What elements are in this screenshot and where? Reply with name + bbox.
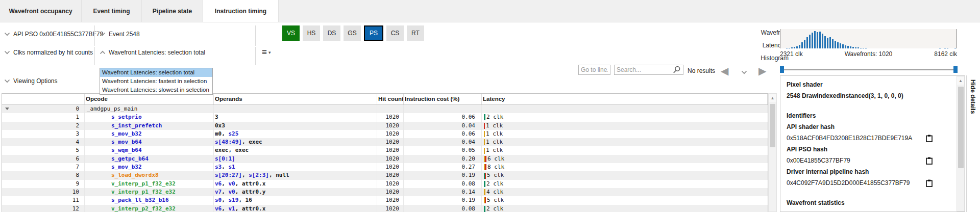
details-scrollbar[interactable]: ▲ <box>957 76 965 211</box>
goto-line-input[interactable] <box>578 65 610 75</box>
hit-count-cell: 1020 <box>377 130 404 138</box>
tab-instruction-timing[interactable]: Instruction timing <box>203 0 279 22</box>
event-expander[interactable]: Event 2548 <box>100 31 140 38</box>
tab-pipeline-state[interactable]: Pipeline state <box>142 0 203 22</box>
column-header-operands[interactable]: Operands <box>214 94 377 104</box>
histogram-bar <box>809 35 811 48</box>
line-number: 10 <box>72 189 79 195</box>
latency-bar-segment <box>484 181 485 187</box>
opcode-cell: s_load_dwordx8 <box>85 171 214 179</box>
opcode-text: s_mov_b64 <box>111 139 142 145</box>
table-row[interactable]: 4s_mov_b64s[48:49], exec10200.041 clk <box>2 138 768 146</box>
stage-button-cs[interactable]: CS <box>386 25 404 41</box>
column-header-instruction-cost[interactable]: Instruction cost (%) <box>404 94 482 104</box>
line-number-cell: 0 <box>2 105 85 113</box>
line-number: 8 <box>76 172 79 178</box>
register-operand: s25 <box>229 130 239 137</box>
line-number-cell: 6 <box>2 155 85 163</box>
api-pso-expander[interactable]: API PSO 0x00E41855C377BF79 <box>4 31 103 38</box>
line-number: 4 <box>76 139 79 145</box>
stage-button-hs[interactable]: HS <box>303 25 320 41</box>
table-row[interactable]: 10v_interp_p1_f32_e32v7, v0, attr0.y1020… <box>2 188 768 196</box>
latency-bar-segment <box>484 114 485 120</box>
stage-button-ds[interactable]: DS <box>323 25 340 41</box>
table-row[interactable]: 8s_load_dwordx8s[20:27], s[2:3], null102… <box>2 171 768 179</box>
clks-expander[interactable]: Clks normalized by hit counts <box>4 49 93 56</box>
stage-button-gs[interactable]: GS <box>344 25 361 41</box>
table-row[interactable]: 1s_setprio310200.062 clk <box>2 113 768 121</box>
scrollbar-thumb[interactable] <box>770 104 775 147</box>
scrollbar-thumb[interactable] <box>958 87 964 168</box>
operand-text: , null <box>269 172 289 178</box>
dropdown-option-wavefront-latencies-fastest-in-selection[interactable]: Wavefront Latencies: fastest in selectio… <box>100 77 212 86</box>
column-header-line-number[interactable] <box>2 94 85 104</box>
instruction-cost-cell: 0.19 <box>404 171 482 179</box>
hide-details-button[interactable]: Hide details <box>966 75 979 212</box>
latency-bar-segment <box>485 164 486 170</box>
operand-text: 0x3 <box>215 122 225 129</box>
search-options-chevron-icon[interactable] <box>741 70 747 74</box>
stage-button-ps[interactable]: PS <box>364 25 383 41</box>
hash-value-row: 0x518ACF0B4FD3208E1B28C17BDE9E719A <box>787 135 933 142</box>
slider-handle-right[interactable] <box>953 66 958 73</box>
event-label: Event 2548 <box>109 31 140 38</box>
table-row[interactable]: 7s_mov_b32s3, s110200.278 clk <box>2 163 768 171</box>
line-number-cell: 2 <box>2 122 85 130</box>
copy-to-clipboard-icon[interactable] <box>926 135 933 142</box>
latency-cell: 2 clk <box>482 113 768 121</box>
table-row[interactable]: 9v_interp_p1_f32_e32v6, v0, attr0.x10200… <box>2 180 768 188</box>
tab-wavefront-occupancy[interactable]: Wavefront occupancy <box>0 0 82 22</box>
table-row[interactable]: 2s_inst_prefetch0x310200.041 clk <box>2 122 768 130</box>
collapse-arrow-icon[interactable] <box>5 108 9 110</box>
line-number-cell: 12 <box>2 205 85 212</box>
event-description: 2548 DrawIndexedInstanced(3, 1, 0, 0, 0) <box>787 92 951 100</box>
scroll-up-arrow-icon[interactable]: ▲ <box>769 94 776 102</box>
viewing-options-expander[interactable]: Viewing Options <box>4 77 58 85</box>
column-header-hit-count[interactable]: Hit count <box>377 94 404 104</box>
histogram-bar <box>845 45 846 48</box>
hash-label-api-shader-hash: API shader hash <box>787 123 951 131</box>
hit-count-cell: 1020 <box>377 205 404 212</box>
copy-to-clipboard-icon[interactable] <box>926 157 933 165</box>
dropdown-option-wavefront-latencies-slowest-in-selection[interactable]: Wavefront Latencies: slowest in selectio… <box>100 86 212 94</box>
operand-text: , <box>222 189 228 195</box>
stage-button-vs[interactable]: VS <box>282 25 300 41</box>
table-row[interactable]: 0_amdgpu_ps_main <box>2 105 768 113</box>
register-operand: s1 <box>229 164 235 170</box>
latency-text: 2 clk <box>486 205 503 212</box>
histogram-range-slider[interactable] <box>780 69 958 70</box>
latency-text: 1 clk <box>486 138 503 146</box>
slider-handle-left[interactable] <box>780 66 784 73</box>
hit-count-cell: 1020 <box>377 155 404 163</box>
opcode-cell: v_interp_p1_f32_e32 <box>85 180 214 188</box>
table-row[interactable]: 6s_getpc_b64s[0:1]10200.206 clk <box>2 155 768 163</box>
copy-to-clipboard-icon[interactable] <box>926 179 933 187</box>
line-number: 11 <box>72 197 79 203</box>
register-operand: s19 <box>229 197 239 203</box>
table-row[interactable]: 5s_wqm_b64exec, exec10200.051 clk <box>2 146 768 154</box>
histogram-min-label: 2321 clk <box>780 50 803 58</box>
tab-event-timing[interactable]: Event timing <box>82 0 142 22</box>
operands-cell: v6, v1, attr0.x <box>214 205 377 212</box>
previous-result-button[interactable]: ◀ <box>721 65 728 76</box>
table-scrollbar[interactable]: ▲ <box>768 93 777 212</box>
latency-combobox[interactable]: Wavefront Latencies: selection total <box>100 49 205 56</box>
scroll-up-arrow-icon[interactable]: ▲ <box>957 76 964 85</box>
table-row[interactable]: 11s_pack_ll_b32_b16s0, s19, 1610200.195 … <box>2 196 768 204</box>
histogram-bar <box>786 48 788 48</box>
opcode-text: s_inst_prefetch <box>111 122 162 129</box>
dropdown-option-wavefront-latencies-selection-total[interactable]: Wavefront Latencies: selection total <box>100 68 212 77</box>
options-menu-button[interactable]: ≡ ▾ <box>262 48 271 57</box>
table-row[interactable]: 12v_interp_p2_f32_e32v6, v1, attr0.x1020… <box>2 205 768 212</box>
column-header-latency[interactable]: Latency <box>482 94 768 104</box>
column-header-opcode[interactable]: Opcode <box>85 94 214 104</box>
table-row[interactable]: 3s_mov_b32m0, s2510200.061 clk <box>2 130 768 138</box>
clks-label: Clks normalized by hit counts <box>13 49 93 56</box>
stage-button-rt[interactable]: RT <box>407 25 424 41</box>
register-operand: v6 <box>215 180 222 187</box>
next-result-button[interactable]: ▶ <box>758 65 766 76</box>
operand-text: m0, <box>215 130 229 137</box>
latency-bar-chart <box>484 173 486 179</box>
operand-text: , exec <box>242 139 262 145</box>
opcode-cell: s_pack_ll_b32_b16 <box>85 196 214 204</box>
